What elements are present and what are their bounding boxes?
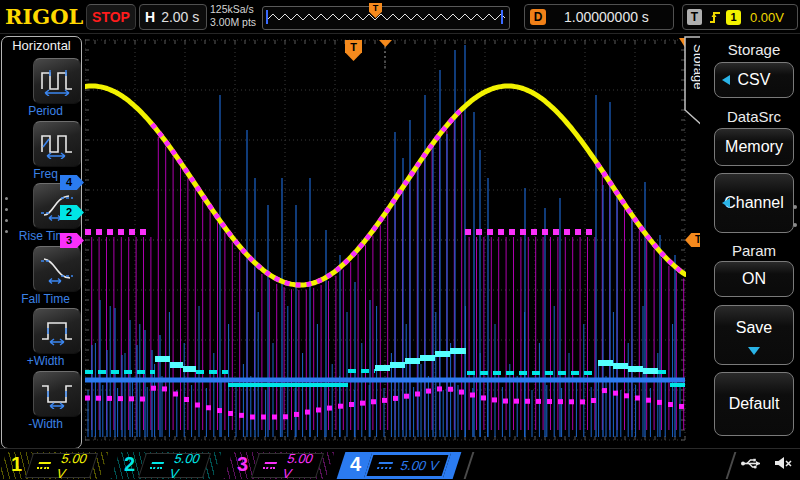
fall-time-icon[interactable] [33,246,81,292]
dc-coupling-icon [263,462,278,469]
param-value: ON [742,270,766,288]
left-menu-title: Horizontal [2,38,81,53]
left-menu-scroll-dots [5,197,8,233]
channel-status-bar: 1 5.00 V 2 5.00 V 3 5.00 V 4 [0,448,800,480]
dc-coupling-icon [37,462,52,469]
horizontal-timebase-chip: H 2.00 s [139,4,207,30]
sample-rate: 125kSa/s [210,3,256,16]
neg-width-icon[interactable] [33,371,81,417]
channel2-status[interactable]: 2 5.00 V [115,452,217,479]
storage-menu: Storage CSV DataSrc Memory Channel Param… [700,35,800,480]
freq-icon[interactable] [33,121,81,167]
save-button[interactable]: Save [714,305,794,365]
channel-button[interactable]: Channel [714,173,794,233]
storage-type-button[interactable]: CSV [714,62,794,98]
top-status-bar: RIGOL STOP H 2.00 s 125kSa/s 3.00M pts T… [0,0,800,34]
save-button-label: Save [736,319,772,337]
memory-depth: 3.00M pts [210,16,256,29]
right-menu-scroll-dots [793,205,797,227]
usb-icon [740,457,764,470]
run-state-badge: STOP [86,4,136,30]
channel3-number: 3 [237,453,248,476]
waveform-traces [85,38,686,450]
trigger-source-badge: 1 [726,10,741,25]
storage-type-header: Storage [714,41,794,58]
default-button[interactable]: Default [714,372,794,436]
waveform-display[interactable] [85,38,686,450]
delay-chip: D 1.00000000 s [524,4,674,30]
param-header: Param [714,242,794,259]
delay-badge: D [530,9,546,25]
h-label: H [145,9,155,25]
waveform-preview-bar[interactable] [262,6,510,30]
menu-item-label[interactable]: Fall Time [2,292,81,306]
down-arrow-icon [748,347,760,355]
datasrc-value: Memory [725,138,783,156]
acquisition-info: 125kSa/s 3.00M pts [210,3,256,29]
menu-item-label[interactable]: +Width [2,354,81,368]
trigger-level-value: 0.00V [750,10,784,25]
datasrc-button[interactable]: Memory [714,128,794,166]
menu-item-label[interactable]: -Width [2,417,81,431]
menu-item-label[interactable]: Period [2,104,81,118]
status-icons [740,456,792,470]
channel2-scale-box: 5.00 V [138,453,211,478]
trigger-badge: T [687,9,702,25]
rising-edge-icon [708,9,722,25]
channel4-scale: 5.00 V [399,458,441,473]
channel3-status[interactable]: 3 5.00 V [228,452,330,479]
channel4-scale-box: 5.00 V [364,453,451,478]
channel3-scale-box: 5.00 V [251,453,324,478]
param-button[interactable]: ON [714,261,794,297]
left-arrow-icon [722,198,730,208]
delay-value: 1.00000000 s [564,9,649,25]
timebase-value: 2.00 s [161,9,199,25]
rigol-logo: RIGOL [5,4,83,29]
storage-type-value: CSV [738,71,771,89]
trigger-chip: T 1 0.00V [682,4,798,30]
channel2-number: 2 [124,453,135,476]
period-icon[interactable] [33,58,81,104]
channel4-status[interactable]: 4 5.00 V [341,452,457,479]
channel1-scale-box: 5.00 V [25,453,98,478]
separator [464,452,475,479]
channel1-status[interactable]: 1 5.00 V [2,452,104,479]
preview-waveform-icon [265,9,505,25]
oscilloscope-screen: RIGOL STOP H 2.00 s 125kSa/s 3.00M pts T… [0,0,800,480]
channel4-number: 4 [350,453,361,476]
dc-coupling-icon [377,462,393,469]
dc-coupling-icon [150,462,165,469]
pos-width-icon[interactable] [33,308,81,354]
speaker-muted-icon [774,456,792,470]
channel1-number: 1 [11,453,22,476]
default-button-label: Default [729,395,780,413]
channel-button-label: Channel [724,194,784,212]
datasrc-header: DataSrc [714,108,794,125]
left-arrow-icon [722,75,730,85]
separator [726,452,737,479]
